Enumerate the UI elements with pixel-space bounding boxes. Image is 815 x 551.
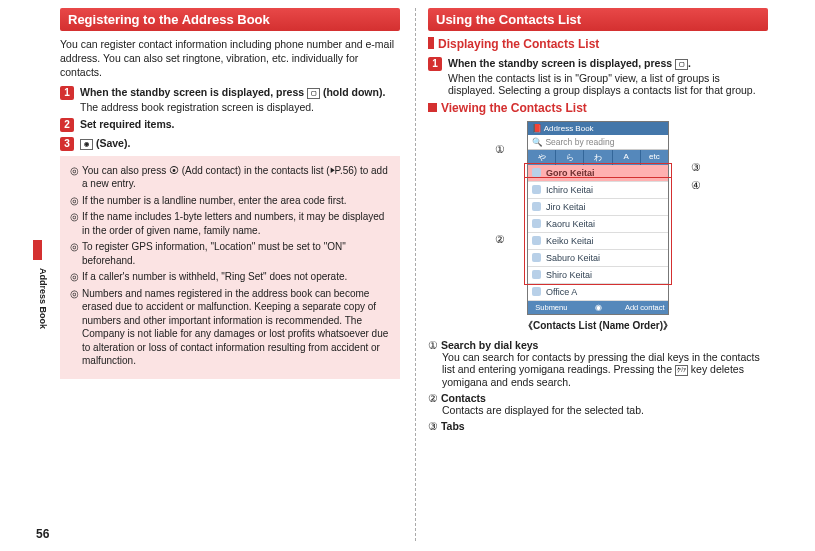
intro-text: You can register contact information inc… [60,37,400,80]
legend-2: ② Contacts Contacts are displayed for th… [428,392,768,416]
page-number: 56 [36,527,49,541]
step-number: 3 [60,137,74,151]
note-item: If a caller's number is withheld, "Ring … [70,270,390,284]
phone-title-bar: 📕 Address Book [528,122,668,135]
step-display-1: 1 When the standby screen is displayed, … [428,57,768,96]
heading-register: Registering to the Address Book [60,8,400,31]
note-item: If the number is a landline number, ente… [70,194,390,208]
side-section-label: Address Book [38,268,48,329]
column-separator [415,8,416,541]
step-number: 1 [60,86,74,100]
softkey-right: Add contact [621,301,668,314]
right-column: Using the Contacts List Displaying the C… [428,8,768,436]
note-item: You can also press ⦿ (Add contact) in th… [70,164,390,191]
softkey-left: Submenu [528,301,575,314]
phone-contact-row: Office A [528,284,668,301]
step-2: 2 Set required items. [60,118,400,132]
legend-3: ③ Tabs [428,420,768,432]
step-number: 1 [428,57,442,71]
key-icon: ▢ [307,88,320,99]
side-tab-marker [33,240,42,260]
note-item: To register GPS information, "Location" … [70,240,390,267]
figure-caption: 《Contacts List (Name Order)》 [428,319,768,333]
phone-softkeys: Submenu ◉ Add contact [528,301,668,314]
legend-1: ① Search by dial keys You can search for… [428,339,768,388]
subheading-displaying: Displaying the Contacts List [428,37,768,51]
phone-mockup: 📕 Address Book 🔍 Search by reading や ら わ… [527,121,669,315]
notes-box: You can also press ⦿ (Add contact) in th… [60,156,400,379]
step-1: 1 When the standby screen is displayed, … [60,86,400,113]
key-icon: ◉ [80,139,93,150]
callout-1: ① [495,143,505,156]
callout-box-tabs [524,163,672,178]
callout-4: ④ [691,179,701,192]
callout-2: ② [495,233,505,246]
clear-key-icon: ｸﾘｱ [675,365,688,376]
subheading-viewing: Viewing the Contacts List [428,101,768,115]
note-item: Numbers and names registered in the addr… [70,287,390,368]
callout-box-contacts [524,177,672,285]
heading-using: Using the Contacts List [428,8,768,31]
step-3: 3 ◉ (Save). [60,137,400,151]
left-column: Registering to the Address Book You can … [60,8,400,436]
note-item: If the name includes 1-byte letters and … [70,210,390,237]
softkey-center: ◉ [575,301,622,314]
key-icon: ▢ [675,59,688,70]
step-number: 2 [60,118,74,132]
phone-search: 🔍 Search by reading [528,135,668,150]
callout-3: ③ [691,161,701,174]
